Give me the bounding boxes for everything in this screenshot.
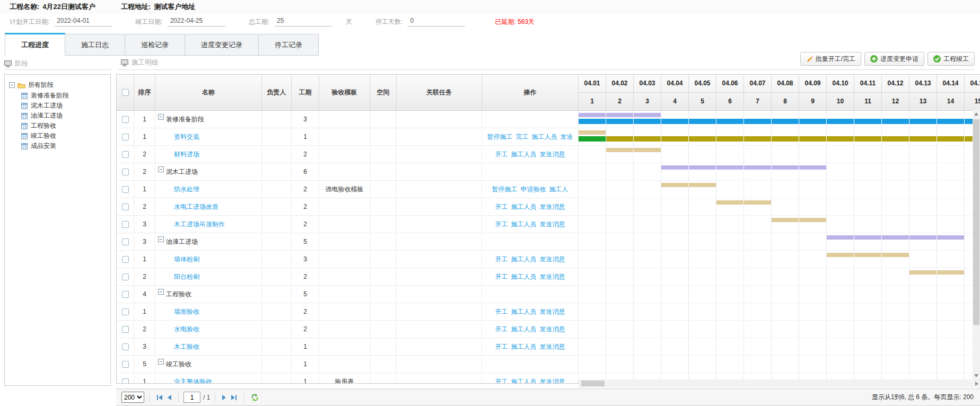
gantt-bar-actual[interactable] <box>606 136 980 142</box>
op-link-施工人员[interactable]: 施工人员 <box>511 255 537 264</box>
button-批量开工/完工[interactable]: 批量开工/完工 <box>800 52 861 66</box>
tree-root-all-stages[interactable]: − 所有阶段 <box>5 80 110 91</box>
gantt-bar-planned[interactable] <box>909 270 964 275</box>
field-value[interactable]: 0 <box>408 17 465 27</box>
scroll-up-icon[interactable] <box>974 112 978 116</box>
gantt-bar-actual[interactable] <box>579 136 606 142</box>
tree-item-成品安装[interactable]: 成品安装 <box>5 141 110 151</box>
prev-page-button[interactable] <box>165 393 173 402</box>
row-name-link[interactable]: 材料进场 <box>174 150 199 159</box>
op-link-开工[interactable]: 开工 <box>495 342 508 351</box>
refresh-button[interactable] <box>249 393 260 402</box>
gantt-bar-planned[interactable] <box>716 200 771 205</box>
row-checkbox[interactable] <box>122 273 129 280</box>
op-link-发送消息[interactable]: 发送消息 <box>540 220 565 229</box>
collapse-icon[interactable]: − <box>158 289 164 295</box>
row-name-link[interactable]: 业主整体验收 <box>174 377 212 384</box>
tree-item-装修准备阶段[interactable]: 装修准备阶段 <box>5 91 110 101</box>
row-name-link[interactable]: 木工验收 <box>174 342 199 351</box>
op-link-施工人[interactable]: 施工人 <box>549 185 568 194</box>
tab-施工日志[interactable]: 施工日志 <box>65 34 125 56</box>
row-checkbox[interactable] <box>122 169 129 175</box>
op-link-施工人员[interactable]: 施工人员 <box>511 150 537 159</box>
tree-item-工程验收[interactable]: 工程验收 <box>5 121 110 131</box>
op-link-开工[interactable]: 开工 <box>495 220 508 229</box>
collapse-icon[interactable]: − <box>158 114 164 120</box>
tab-巡检记录[interactable]: 巡检记录 <box>125 34 185 56</box>
gantt-bar-planned[interactable] <box>772 218 826 222</box>
page-number-input[interactable] <box>183 392 200 403</box>
horizontal-scrollbar-thumb[interactable] <box>581 381 605 386</box>
op-link-开工[interactable]: 开工 <box>495 255 508 264</box>
row-checkbox[interactable] <box>122 204 129 210</box>
scroll-down-icon[interactable] <box>974 374 978 377</box>
gantt-bar-planned[interactable] <box>827 235 964 240</box>
row-name-link[interactable]: 水电工进场改造 <box>174 202 218 211</box>
row-checkbox[interactable] <box>122 116 129 123</box>
last-page-button[interactable] <box>229 393 239 402</box>
tab-停工记录[interactable]: 停工记录 <box>258 34 319 56</box>
op-link-开工[interactable]: 开工 <box>495 325 508 334</box>
op-link-开工[interactable]: 开工 <box>495 272 508 281</box>
gantt-bar-planned[interactable] <box>579 130 606 135</box>
row-name-link[interactable]: 墙体粉刷 <box>174 255 199 264</box>
row-checkbox[interactable] <box>122 186 129 193</box>
op-link-发送消息[interactable]: 发送消息 <box>540 377 565 384</box>
op-link-暂停施工[interactable]: 暂停施工 <box>492 185 518 194</box>
field-value[interactable]: 2022-04-01 <box>55 17 112 27</box>
row-checkbox[interactable] <box>122 256 129 263</box>
gantt-bar-planned[interactable] <box>606 148 661 152</box>
op-link-完工[interactable]: 完工 <box>516 133 529 142</box>
gantt-bar-planned[interactable] <box>827 253 909 257</box>
op-link-发送消息[interactable]: 发送消息 <box>540 150 565 159</box>
row-checkbox[interactable] <box>122 221 129 228</box>
op-link-暂停施工[interactable]: 暂停施工 <box>487 133 513 142</box>
op-link-发送消息[interactable]: 发送消息 <box>540 202 565 211</box>
op-link-施工人员[interactable]: 施工人员 <box>511 202 537 211</box>
op-link-开工[interactable]: 开工 <box>495 377 508 384</box>
tree-item-竣工验收[interactable]: 竣工验收 <box>5 131 110 141</box>
row-checkbox[interactable] <box>122 326 129 333</box>
op-link-施工人员[interactable]: 施工人员 <box>511 342 537 351</box>
button-进度变更申请[interactable]: 进度变更申请 <box>864 52 924 66</box>
op-link-施工人员[interactable]: 施工人员 <box>511 325 537 334</box>
vertical-scrollbar[interactable] <box>973 110 980 379</box>
op-link-发送消息[interactable]: 发送消息 <box>540 255 565 264</box>
op-link-发送[interactable]: 发送 <box>561 133 573 142</box>
row-name-link[interactable]: 木工进场吊顶制作 <box>174 220 225 229</box>
select-all-checkbox[interactable] <box>122 89 129 96</box>
op-link-开工[interactable]: 开工 <box>495 150 508 159</box>
op-link-发送消息[interactable]: 发送消息 <box>540 325 565 334</box>
row-checkbox[interactable] <box>122 239 129 245</box>
button-工程竣工[interactable]: 工程竣工 <box>928 52 975 66</box>
tree-item-油漆工进场[interactable]: 油漆工进场 <box>5 111 110 121</box>
field-value[interactable]: 25 <box>275 17 332 27</box>
row-checkbox[interactable] <box>122 361 129 368</box>
page-size-select[interactable]: 200 <box>121 392 144 403</box>
collapse-icon[interactable]: − <box>9 82 15 88</box>
op-link-施工人员[interactable]: 施工人员 <box>511 307 537 316</box>
op-link-开工[interactable]: 开工 <box>495 202 508 211</box>
row-checkbox[interactable] <box>122 343 129 350</box>
gantt-bar-actual[interactable] <box>579 119 980 124</box>
row-name-link[interactable]: 防水处理 <box>174 185 199 194</box>
collapse-icon[interactable]: − <box>158 236 164 242</box>
horizontal-scrollbar[interactable] <box>579 379 980 387</box>
op-link-施工人员[interactable]: 施工人员 <box>511 377 537 384</box>
op-link-发送消息[interactable]: 发送消息 <box>540 272 565 281</box>
op-link-施工人员[interactable]: 施工人员 <box>511 272 537 281</box>
op-link-申请验收[interactable]: 申请验收 <box>521 185 546 194</box>
row-checkbox[interactable] <box>122 134 129 140</box>
tab-进度变更记录[interactable]: 进度变更记录 <box>185 34 259 56</box>
next-page-button[interactable] <box>220 393 229 402</box>
row-checkbox[interactable] <box>122 291 129 298</box>
field-value[interactable]: 2022-04-25 <box>168 17 225 27</box>
gantt-bar-planned[interactable] <box>661 183 716 187</box>
gantt-bar-planned[interactable] <box>579 113 661 117</box>
row-name-link[interactable]: 墙面验收 <box>174 307 199 316</box>
gantt-bar-planned[interactable] <box>661 165 826 170</box>
scroll-right-icon[interactable] <box>975 382 978 386</box>
op-link-施工人员[interactable]: 施工人员 <box>511 220 537 229</box>
collapse-icon[interactable]: − <box>158 166 164 172</box>
row-name-link[interactable]: 水电验收 <box>174 325 199 334</box>
